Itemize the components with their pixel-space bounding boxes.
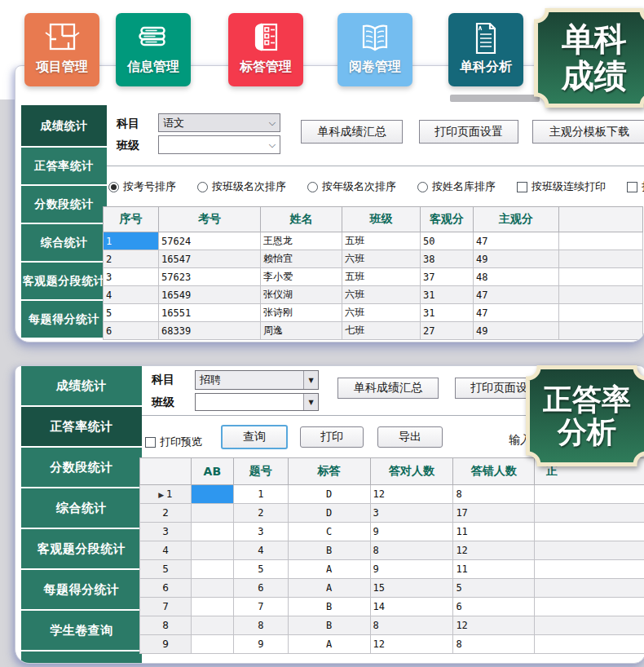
cell[interactable]: 15 bbox=[370, 579, 453, 598]
cell[interactable]: C bbox=[288, 523, 370, 541]
cell[interactable]: 5 bbox=[233, 560, 288, 579]
checkbox-option[interactable]: 按班级连续打印 bbox=[517, 179, 606, 194]
cell[interactable]: 3 bbox=[233, 523, 288, 541]
cell[interactable]: 12 bbox=[453, 541, 535, 560]
cell[interactable]: 8 bbox=[453, 485, 535, 504]
cell[interactable]: 9 bbox=[233, 635, 288, 654]
button[interactable]: 单科成绩汇总 bbox=[337, 378, 439, 399]
print-preview-option[interactable]: 打印预览 bbox=[145, 435, 202, 449]
column-header[interactable]: 题号 bbox=[233, 458, 288, 485]
cell[interactable]: 张仪湖 bbox=[261, 286, 342, 304]
cell[interactable]: 12 bbox=[370, 635, 453, 654]
sidebar-item[interactable]: 每题得分统计 bbox=[21, 570, 142, 609]
cell[interactable] bbox=[535, 616, 644, 635]
dropdown-arrow-icon[interactable]: ▼ bbox=[303, 394, 318, 410]
radio-icon[interactable] bbox=[417, 182, 428, 192]
cell[interactable]: 1 bbox=[233, 485, 288, 504]
cell[interactable]: 17 bbox=[453, 504, 535, 523]
column-header[interactable]: 班级 bbox=[342, 207, 421, 232]
checkbox-icon[interactable] bbox=[517, 182, 527, 192]
sidebar-item[interactable]: 成绩统计 bbox=[21, 105, 107, 146]
cell[interactable] bbox=[535, 579, 644, 598]
radio-option[interactable]: 按姓名库排序 bbox=[417, 179, 496, 194]
sidebar-item[interactable]: 正答率统计 bbox=[21, 148, 107, 184]
sidebar-item[interactable]: 综合统计 bbox=[21, 224, 107, 261]
cell[interactable] bbox=[191, 560, 233, 579]
row-header[interactable]: 2 bbox=[140, 504, 192, 523]
cell[interactable] bbox=[535, 560, 644, 579]
cell[interactable]: 68339 bbox=[159, 322, 261, 340]
column-header[interactable]: 序号 bbox=[104, 207, 159, 232]
cell[interactable]: B bbox=[288, 616, 370, 635]
cell[interactable]: 48 bbox=[474, 268, 559, 286]
cell[interactable]: 王恩龙 bbox=[261, 232, 342, 250]
sidebar-item[interactable]: 客观题分段统计 bbox=[21, 529, 142, 568]
cell[interactable]: 6 bbox=[453, 598, 535, 616]
row-header[interactable]: 7 bbox=[140, 598, 192, 616]
cell[interactable]: 50 bbox=[421, 232, 474, 250]
button[interactable]: 导出 bbox=[377, 426, 443, 448]
cell[interactable]: 14 bbox=[370, 598, 453, 616]
cell[interactable] bbox=[535, 598, 644, 616]
column-header[interactable]: 答错人数 bbox=[453, 458, 535, 485]
cell[interactable]: 六班 bbox=[342, 286, 421, 304]
cell[interactable]: 11 bbox=[453, 523, 535, 541]
cell[interactable]: 3 bbox=[370, 504, 453, 523]
sidebar-item[interactable]: 综合统计 bbox=[21, 488, 142, 528]
cell[interactable]: 李小爱 bbox=[261, 268, 342, 286]
cell[interactable] bbox=[191, 635, 233, 654]
column-header[interactable]: AB bbox=[191, 458, 233, 485]
column-header[interactable] bbox=[559, 207, 643, 232]
cell[interactable] bbox=[559, 232, 643, 250]
app-button-single-subject-analysis[interactable]: 单科分析 bbox=[448, 13, 523, 86]
app-button-info-management[interactable]: 信息管理 bbox=[116, 13, 191, 86]
radio-option[interactable]: 按考号排序 bbox=[108, 179, 176, 194]
cell[interactable] bbox=[191, 523, 233, 541]
cell[interactable]: 六班 bbox=[342, 304, 421, 322]
button[interactable]: 单科成绩汇总 bbox=[301, 120, 403, 144]
cell[interactable]: 38 bbox=[421, 250, 474, 268]
row-header[interactable]: 5 bbox=[140, 560, 192, 579]
cell[interactable]: 七班 bbox=[342, 322, 421, 340]
cell[interactable]: 6 bbox=[233, 579, 288, 598]
cell[interactable]: 37 bbox=[421, 268, 474, 286]
cell[interactable]: 27 bbox=[421, 322, 474, 340]
cell[interactable]: 8 bbox=[370, 616, 453, 635]
cell[interactable]: D bbox=[288, 504, 370, 523]
sidebar-item[interactable]: 分数段统计 bbox=[21, 186, 107, 223]
class-select[interactable]: ⌵ bbox=[158, 135, 280, 154]
cell[interactable]: B bbox=[288, 541, 370, 560]
cell[interactable]: 12 bbox=[453, 616, 535, 635]
column-header[interactable] bbox=[140, 458, 192, 485]
checkbox-icon[interactable] bbox=[627, 182, 637, 192]
cell[interactable]: 4 bbox=[104, 286, 159, 304]
cell[interactable] bbox=[191, 579, 233, 598]
cell[interactable] bbox=[559, 322, 643, 340]
cell[interactable]: 16549 bbox=[159, 286, 261, 304]
cell[interactable]: 16547 bbox=[159, 250, 261, 268]
cell[interactable]: 49 bbox=[474, 250, 559, 268]
column-header[interactable]: 标答 bbox=[288, 458, 370, 485]
cell[interactable]: 3 bbox=[104, 268, 159, 286]
cell[interactable]: 5 bbox=[104, 304, 159, 322]
checkbox-icon[interactable] bbox=[145, 437, 156, 448]
cell[interactable]: 8 bbox=[233, 616, 288, 635]
row-header[interactable]: 3 bbox=[140, 523, 192, 541]
cell[interactable]: D bbox=[288, 485, 370, 504]
radio-icon[interactable] bbox=[307, 182, 318, 192]
sidebar-item[interactable]: 客观题分段统计 bbox=[21, 263, 107, 299]
cell[interactable]: 五班 bbox=[342, 268, 421, 286]
cell[interactable] bbox=[191, 598, 233, 616]
cell[interactable]: 5 bbox=[453, 579, 535, 598]
cell[interactable] bbox=[191, 616, 233, 635]
cell[interactable]: 47 bbox=[474, 232, 559, 250]
cell[interactable]: 9 bbox=[370, 523, 453, 541]
radio-option[interactable]: 按年级名次排序 bbox=[307, 179, 396, 194]
selected-cell[interactable]: 1 bbox=[104, 232, 159, 250]
button[interactable]: 主观分模板下载 bbox=[532, 120, 644, 144]
cell[interactable]: 47 bbox=[474, 304, 559, 322]
cell[interactable]: 12 bbox=[370, 485, 453, 504]
cell[interactable]: 五班 bbox=[342, 232, 421, 250]
cell[interactable] bbox=[559, 268, 643, 286]
cell[interactable]: 9 bbox=[370, 560, 453, 579]
